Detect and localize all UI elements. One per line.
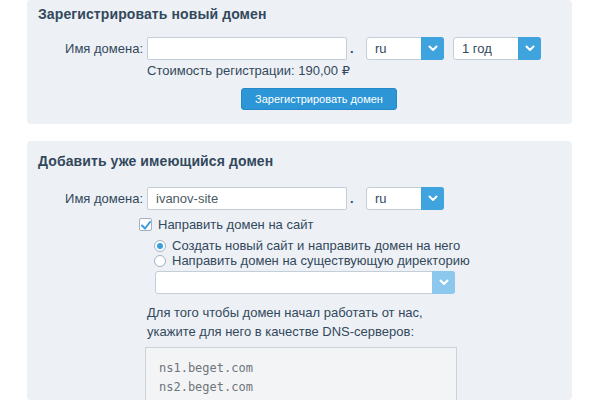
register-tld-selected-value: ru	[367, 41, 387, 56]
add-domain-name-input[interactable]	[147, 187, 347, 210]
radio-point-existing-directory[interactable]: Направить домен на существующую директор…	[154, 253, 470, 268]
register-period-selected-value: 1 год	[454, 41, 492, 56]
dns-servers-box: ns1.beget.com ns2.beget.com ns1.beget.pr…	[145, 347, 457, 400]
register-domain-name-input[interactable]	[147, 37, 347, 60]
radio-icon	[154, 240, 166, 252]
register-tld-select[interactable]: ru	[366, 37, 444, 60]
add-tld-selected-value: ru	[367, 191, 387, 206]
register-panel-title: Зарегистрировать новый домен	[38, 6, 267, 22]
register-domain-panel: Зарегистрировать новый домен Имя домена:…	[27, 0, 572, 124]
point-domain-to-site-checkbox[interactable]	[139, 218, 152, 231]
check-icon	[141, 216, 151, 234]
point-domain-to-site-row: Направить домен на сайт	[139, 217, 313, 232]
chevron-down-icon	[421, 187, 444, 210]
register-domain-name-label: Имя домена:	[27, 41, 143, 56]
add-tld-select[interactable]: ru	[366, 187, 444, 210]
chevron-down-icon	[518, 37, 541, 60]
register-period-select[interactable]: 1 год	[453, 37, 541, 60]
dns-server-line: ns1.beget.com	[159, 359, 456, 378]
radio-create-new-site-label: Создать новый сайт и направить домен на …	[172, 238, 460, 253]
add-panel-title: Добавить уже имеющийся домен	[38, 153, 273, 169]
domain-dot-separator: .	[350, 41, 354, 56]
chevron-down-icon	[432, 271, 455, 294]
radio-icon	[154, 255, 166, 267]
domain-dot-separator: .	[350, 191, 354, 206]
radio-dot-icon	[157, 243, 163, 249]
domains-page: Зарегистрировать новый домен Имя домена:…	[0, 0, 600, 400]
point-domain-to-site-label: Направить домен на сайт	[158, 217, 313, 232]
add-existing-domain-panel: Добавить уже имеющийся домен Имя домена:…	[27, 141, 572, 400]
chevron-down-icon	[421, 37, 444, 60]
registration-price-text: Стоимость регистрации: 190,00 ₽	[147, 63, 350, 78]
register-domain-button[interactable]: Зарегистрировать домен	[241, 88, 397, 110]
dns-instruction-text: Для того чтобы домен начал работать от н…	[147, 303, 467, 341]
radio-point-existing-directory-label: Направить домен на существующую директор…	[172, 253, 470, 268]
directory-select[interactable]	[155, 271, 455, 294]
dns-server-line: ns2.beget.com	[159, 378, 456, 397]
add-domain-name-label: Имя домена:	[27, 191, 143, 206]
radio-create-new-site[interactable]: Создать новый сайт и направить домен на …	[154, 238, 460, 253]
